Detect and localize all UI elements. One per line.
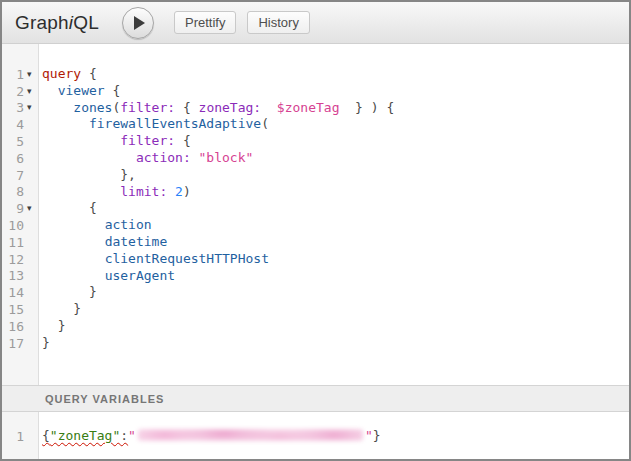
gutter-row: 6 bbox=[2, 150, 38, 167]
code-token: " bbox=[365, 428, 373, 443]
fold-arrow-icon[interactable]: ▾ bbox=[26, 70, 38, 79]
code-line[interactable]: } bbox=[42, 335, 629, 352]
line-number: 2 bbox=[2, 84, 26, 99]
code-token: : bbox=[120, 428, 128, 443]
gutter-row: 8 bbox=[2, 184, 38, 201]
code-token: filter: bbox=[120, 100, 175, 115]
code-token: } ) { bbox=[339, 100, 394, 115]
code-line[interactable]: } bbox=[42, 284, 629, 301]
query-variables-header[interactable]: QUERY VARIABLES bbox=[2, 385, 629, 412]
gutter-row: 5 bbox=[2, 133, 38, 150]
code-token bbox=[42, 200, 89, 215]
gutter-row: 17 bbox=[2, 335, 38, 352]
line-number: 11 bbox=[2, 235, 26, 250]
line-number: 6 bbox=[2, 151, 26, 166]
execute-query-button[interactable] bbox=[122, 7, 154, 39]
code-line[interactable]: limit: 2) bbox=[42, 184, 629, 201]
gutter-row: 15 bbox=[2, 301, 38, 318]
code-line[interactable]: } bbox=[42, 301, 629, 318]
line-number: 7 bbox=[2, 168, 26, 183]
code-line[interactable]: clientRequestHTTPHost bbox=[42, 251, 629, 268]
code-token bbox=[167, 184, 175, 199]
line-number: 14 bbox=[2, 285, 26, 300]
code-line[interactable]: firewallEventsAdaptive( bbox=[42, 116, 629, 133]
code-line[interactable]: zones(filter: { zoneTag: $zoneTag } ) { bbox=[42, 100, 629, 117]
code-line[interactable]: action bbox=[42, 217, 629, 234]
fold-arrow-icon[interactable]: ▾ bbox=[26, 87, 38, 96]
code-token bbox=[42, 116, 89, 131]
code-token: } bbox=[58, 318, 66, 333]
code-token bbox=[261, 100, 277, 115]
line-number: 5 bbox=[2, 134, 26, 149]
code-token: ) bbox=[183, 184, 191, 199]
gutter-row: 7 bbox=[2, 167, 38, 184]
line-number: 12 bbox=[2, 252, 26, 267]
code-token bbox=[42, 234, 105, 249]
logo-text-graph: Graph bbox=[15, 12, 69, 33]
code-line[interactable]: { bbox=[42, 200, 629, 217]
code-token: { bbox=[105, 83, 121, 98]
code-token: { bbox=[42, 428, 50, 443]
toolbar: GraphiQL Prettify History bbox=[2, 2, 629, 44]
code-line[interactable]: action: "block" bbox=[42, 150, 629, 167]
query-editor: 1▾2▾3▾456789▾1011121314151617 query { vi… bbox=[2, 44, 629, 385]
code-line[interactable]: filter: { bbox=[42, 133, 629, 150]
code-token: viewer bbox=[58, 83, 105, 98]
graphiql-app: GraphiQL Prettify History 1▾2▾3▾456789▾1… bbox=[0, 0, 631, 461]
code-token: ( bbox=[261, 116, 269, 131]
history-button[interactable]: History bbox=[247, 11, 309, 34]
code-token bbox=[42, 318, 58, 333]
code-token: firewallEventsAdaptive bbox=[89, 116, 261, 131]
code-line[interactable]: }, bbox=[42, 167, 629, 184]
code-token bbox=[42, 284, 89, 299]
variables-editor-code[interactable]: {"zoneTag":""} bbox=[39, 412, 629, 459]
gutter-row: 13 bbox=[2, 268, 38, 285]
code-token bbox=[42, 268, 105, 283]
line-number: 1 bbox=[2, 429, 26, 444]
code-token: query bbox=[42, 66, 81, 81]
code-token: datetime bbox=[105, 234, 168, 249]
line-number: 8 bbox=[2, 184, 26, 199]
code-token bbox=[42, 251, 105, 266]
redacted-value bbox=[138, 429, 363, 441]
code-line[interactable]: } bbox=[42, 318, 629, 335]
code-token: userAgent bbox=[105, 268, 175, 283]
gutter-row: 16 bbox=[2, 318, 38, 335]
code-token: "zoneTag" bbox=[50, 428, 120, 443]
code-line[interactable]: viewer { bbox=[42, 83, 629, 100]
line-number: 1 bbox=[2, 67, 26, 82]
code-line[interactable]: datetime bbox=[42, 234, 629, 251]
code-line[interactable]: query { bbox=[42, 66, 629, 83]
code-token bbox=[42, 150, 136, 165]
gutter-row: 3▾ bbox=[2, 100, 38, 117]
code-line[interactable]: userAgent bbox=[42, 268, 629, 285]
variables-editor: 1 {"zoneTag":""} bbox=[2, 412, 629, 459]
gutter-row: 12 bbox=[2, 251, 38, 268]
fold-arrow-icon[interactable]: ▾ bbox=[26, 103, 38, 112]
line-number: 15 bbox=[2, 302, 26, 317]
graphiql-logo: GraphiQL bbox=[15, 12, 99, 34]
code-token bbox=[191, 150, 199, 165]
code-token bbox=[42, 217, 105, 232]
code-token: action bbox=[105, 217, 152, 232]
line-number: 3 bbox=[2, 100, 26, 115]
fold-arrow-icon[interactable]: ▾ bbox=[26, 204, 38, 213]
code-token: filter: bbox=[120, 133, 175, 148]
code-token: { bbox=[89, 200, 97, 215]
play-icon bbox=[134, 16, 145, 30]
code-token: { bbox=[175, 100, 198, 115]
query-editor-code[interactable]: query { viewer { zones(filter: { zoneTag… bbox=[39, 44, 629, 385]
prettify-button[interactable]: Prettify bbox=[174, 11, 236, 34]
line-number: 4 bbox=[2, 117, 26, 132]
logo-text-ql: QL bbox=[73, 12, 99, 33]
line-number: 17 bbox=[2, 336, 26, 351]
code-token bbox=[42, 100, 73, 115]
gutter-row: 10 bbox=[2, 217, 38, 234]
gutter-row: 4 bbox=[2, 116, 38, 133]
code-token: 2 bbox=[175, 184, 183, 199]
code-token: }, bbox=[120, 167, 136, 182]
code-token bbox=[42, 167, 120, 182]
code-token bbox=[42, 133, 120, 148]
code-line[interactable]: {"zoneTag":""} bbox=[42, 428, 629, 445]
line-number-gutter: 1▾2▾3▾456789▾1011121314151617 bbox=[2, 44, 39, 385]
